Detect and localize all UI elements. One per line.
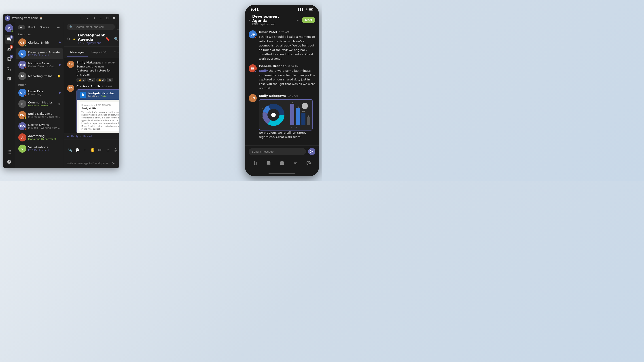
- attach-button[interactable]: 📎: [67, 147, 73, 153]
- mention-button[interactable]: @: [112, 147, 118, 153]
- reaction-thumbsup2[interactable]: 👍 2: [96, 78, 106, 82]
- preview-breadcrumb: Documents › EDIT IN WORD: [82, 104, 119, 106]
- sidebar-scroll[interactable]: Favorites CS Clarissa Smith D: [15, 31, 64, 168]
- rail-calendar-button[interactable]: 1: [5, 54, 14, 63]
- filter-spaces-button[interactable]: Spaces: [38, 25, 51, 29]
- message-input[interactable]: [67, 162, 108, 165]
- rail-team-button[interactable]: 1: [5, 45, 14, 54]
- search-input-wrap[interactable]: 🔍: [67, 24, 115, 30]
- sidebar: All Direct Spaces ≡ Favorites CS Clariss…: [15, 22, 64, 168]
- messages-area[interactable]: EN Emily Nakagawa 8:20 AM Some exciting …: [64, 58, 119, 133]
- phone-messages[interactable]: UP Umar Patel 8:23 AM I think we should …: [245, 28, 319, 145]
- phone-image-button[interactable]: [264, 159, 272, 167]
- channel-bookmark-button[interactable]: 🔖: [105, 36, 111, 42]
- phone-channel-sub: ENG deployment: [252, 23, 295, 26]
- chat-bubble-button[interactable]: 💬: [74, 147, 80, 153]
- phone-message-input[interactable]: [249, 148, 306, 155]
- phone-attach-button[interactable]: [251, 159, 260, 167]
- emily-name: Emily Nakagawa: [28, 112, 60, 115]
- chart-attachment[interactable]: M R A A MZ: [259, 99, 312, 130]
- advertising-avatar: A: [18, 133, 26, 141]
- file-name: budget-plan.doc: [88, 92, 114, 95]
- file-attachment[interactable]: budget-plan.doc 24 KB • ✓ Safe: [76, 89, 119, 133]
- file-dot: •: [96, 95, 97, 98]
- phone-at-button[interactable]: [304, 159, 312, 167]
- chat-item-clarissa[interactable]: CS Clarissa Smith: [16, 37, 63, 48]
- phone-status-icons: ▌▌▌: [298, 8, 314, 11]
- emily-msg-header: Emily Nakagawa 8:20 AM: [76, 61, 116, 64]
- message-row-emily: EN Emily Nakagawa 8:20 AM Some exciting …: [67, 61, 116, 82]
- left-rail: 4 1 1: [3, 22, 15, 168]
- rail-chat-button[interactable]: 4: [5, 35, 14, 44]
- gif-button[interactable]: GIF: [97, 147, 103, 153]
- connect-button[interactable]: 📷 Connect: [117, 24, 119, 30]
- back-button[interactable]: ‹: [77, 15, 83, 21]
- phone-gif-button[interactable]: [291, 159, 300, 167]
- phone-send-button[interactable]: [308, 148, 315, 155]
- matthew-unread: [59, 64, 60, 66]
- forward-button[interactable]: ›: [84, 15, 90, 21]
- emily-msg-reactions: 👍 1 ❤️ 2 👍 2 😊: [76, 78, 116, 82]
- chat-item-umar[interactable]: UP Umar Patel Presenting: [16, 87, 63, 98]
- filter-all-button[interactable]: All: [18, 25, 25, 29]
- user-profile-avatar[interactable]: [5, 24, 13, 32]
- umar-status: [24, 94, 26, 97]
- emily-phone-text: No problem, we're still on target regard…: [259, 130, 315, 139]
- rail-help-button[interactable]: [5, 157, 14, 166]
- phone-camera-button[interactable]: [278, 159, 286, 167]
- channel-settings-button[interactable]: ⚙: [67, 37, 70, 41]
- send-button[interactable]: ➤: [110, 160, 116, 166]
- sidebar-menu-button[interactable]: ≡: [56, 24, 61, 30]
- search-input[interactable]: [75, 25, 112, 28]
- phone-back-button[interactable]: ‹: [249, 17, 250, 23]
- chat-item-marketing[interactable]: M Marketing Collateral 🔔: [16, 70, 63, 81]
- reaction-heart[interactable]: ❤️ 2: [87, 78, 96, 82]
- sidebar-filter: All Direct Spaces: [18, 25, 56, 29]
- rail-analytics-button[interactable]: [5, 74, 14, 83]
- chat-item-matthew[interactable]: MB Matthew Baker Do Not Disturb • Out fo…: [16, 59, 63, 70]
- chat-item-emily[interactable]: EN Emily Nakagawa In a meeting • Catchin…: [16, 109, 63, 121]
- channel-search-button[interactable]: 🔍: [113, 36, 119, 42]
- emoji-button[interactable]: 😊: [90, 147, 96, 153]
- svg-point-0: [7, 17, 8, 18]
- maximize-button[interactable]: □: [104, 15, 110, 21]
- chat-item-dev-agenda[interactable]: D Development Agenda ENG Deployment: [16, 48, 63, 59]
- advertising-info: Advertising Marketing Department: [28, 134, 60, 141]
- rail-calls-button[interactable]: [5, 64, 14, 73]
- sticker-button[interactable]: ⊙: [105, 147, 111, 153]
- format-text-button[interactable]: T: [82, 147, 88, 153]
- reaction-thumbsup1[interactable]: 👍 1: [76, 78, 86, 82]
- chat-item-common-metrics[interactable]: C Common Metrics Usability research @: [16, 98, 63, 109]
- tab-content[interactable]: Content: [110, 48, 119, 56]
- channel-star-icon[interactable]: ★: [72, 37, 76, 41]
- phone-more-button[interactable]: ⋯: [295, 17, 300, 23]
- chart-svg: M R A A MZ: [261, 101, 310, 128]
- emily-msg-avatar: EN: [67, 61, 74, 68]
- phone-channel-info: Development Agenda ENG deployment: [250, 14, 295, 26]
- visualizations-name: Visualizations: [28, 145, 60, 149]
- tab-messages[interactable]: Messages: [67, 48, 88, 56]
- chat-item-visualizations[interactable]: V Visualizations ENG Deployment: [16, 143, 63, 154]
- rail-apps-button[interactable]: [5, 147, 14, 156]
- title-bar: Working from home 🏠 ‹ › + − □ ✕: [3, 14, 119, 22]
- reply-thread-bar[interactable]: ↩ Reply to thread: [64, 133, 119, 139]
- advertising-name: Advertising: [28, 134, 60, 138]
- file-details: budget-plan.doc 24 KB • ✓ Safe: [88, 92, 114, 98]
- close-button[interactable]: ✕: [111, 15, 117, 21]
- phone-meet-button[interactable]: Meet: [302, 17, 315, 23]
- teams-body: 4 1 1: [3, 22, 119, 168]
- team-badge: 1: [10, 45, 13, 49]
- marketing-avatar: M: [18, 72, 26, 80]
- user-avatar: [5, 15, 10, 21]
- channel-sub[interactable]: ENG Deployment: [78, 41, 105, 45]
- new-tab-button[interactable]: +: [91, 15, 98, 21]
- file-preview-inner: Documents › EDIT IN WORD Budget Plan The…: [79, 102, 119, 131]
- chat-item-advertising[interactable]: A Advertising Marketing Department: [16, 132, 63, 143]
- minimize-button[interactable]: −: [98, 15, 104, 21]
- tab-people[interactable]: People (30): [88, 48, 110, 56]
- darren-avatar: DO: [18, 122, 26, 130]
- reaction-smile[interactable]: 😊: [107, 78, 113, 82]
- chat-item-darren[interactable]: DO Darren Owens In a call • Working from…: [16, 121, 63, 132]
- filter-direct-button[interactable]: Direct: [26, 25, 37, 29]
- phone-msg-isabelle: IB Isabelle Brennan 8:34 AM Emily there …: [249, 64, 315, 90]
